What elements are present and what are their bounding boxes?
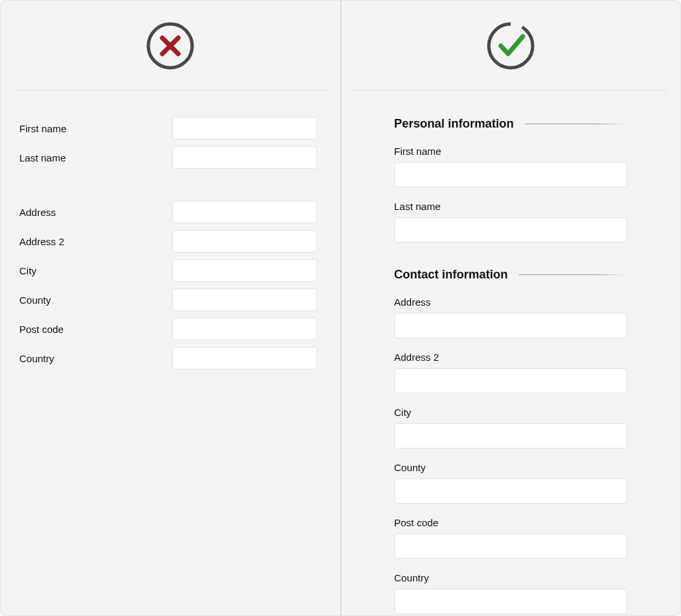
field-row: County (19, 288, 322, 311)
postcode-label: Post code (394, 517, 628, 528)
field-row: City (19, 259, 322, 282)
legend-row: Contact information (394, 268, 628, 282)
field-row: Address 2 (19, 230, 322, 253)
bad-form: First name Last name Address Address 2 C… (14, 117, 327, 376)
first-name-label: First name (394, 146, 628, 157)
city-input[interactable] (394, 423, 628, 449)
county-input[interactable] (394, 478, 628, 504)
personal-fieldset: Personal information First name Last nam… (394, 117, 628, 256)
country-input[interactable] (172, 347, 317, 369)
good-icon-zone (354, 1, 668, 90)
address-input[interactable] (172, 201, 317, 223)
field-row: Post code (19, 318, 322, 340)
svg-point-1 (489, 24, 533, 68)
legend-line (519, 274, 628, 275)
field-row: Address (19, 201, 322, 223)
address2-label: Address 2 (19, 236, 172, 247)
first-name-input[interactable] (172, 117, 317, 140)
field-row: First name (19, 117, 322, 140)
last-name-label: Last name (394, 201, 628, 212)
city-label: City (19, 265, 172, 276)
city-label: City (394, 407, 628, 418)
comparison-layout: First name Last name Address Address 2 C… (0, 0, 681, 616)
divider (354, 90, 668, 90)
address2-input[interactable] (394, 368, 628, 393)
address-label: Address (394, 296, 628, 308)
bad-example-panel: First name Last name Address Address 2 C… (1, 1, 341, 615)
good-form: Personal information First name Last nam… (354, 117, 668, 616)
city-input[interactable] (172, 259, 317, 282)
last-name-input[interactable] (394, 217, 628, 243)
postcode-input[interactable] (172, 318, 317, 340)
check-icon (485, 21, 536, 74)
country-input[interactable] (394, 589, 628, 614)
county-label: County (19, 294, 172, 306)
field-row: Country (19, 347, 322, 369)
divider (14, 90, 327, 90)
postcode-label: Post code (19, 324, 172, 335)
last-name-input[interactable] (172, 146, 317, 169)
address-label: Address (19, 207, 172, 218)
county-input[interactable] (172, 288, 317, 311)
cross-icon (145, 21, 196, 74)
last-name-label: Last name (19, 152, 172, 163)
country-label: Country (19, 353, 172, 364)
county-label: County (394, 462, 628, 473)
contact-fieldset: Contact information Address Address 2 Ci… (394, 268, 628, 616)
legend-row: Personal information (394, 117, 628, 131)
address2-label: Address 2 (394, 352, 628, 363)
first-name-label: First name (19, 123, 172, 134)
postcode-input[interactable] (394, 534, 628, 559)
first-name-input[interactable] (394, 162, 628, 187)
country-label: Country (394, 572, 628, 583)
personal-legend: Personal information (394, 117, 514, 131)
good-example-panel: Personal information First name Last nam… (341, 1, 681, 615)
spacer (19, 175, 322, 201)
legend-line (525, 124, 627, 124)
address-input[interactable] (394, 313, 628, 338)
contact-legend: Contact information (394, 268, 508, 282)
address2-input[interactable] (172, 230, 317, 253)
field-row: Last name (19, 146, 322, 169)
bad-icon-zone (14, 1, 327, 90)
